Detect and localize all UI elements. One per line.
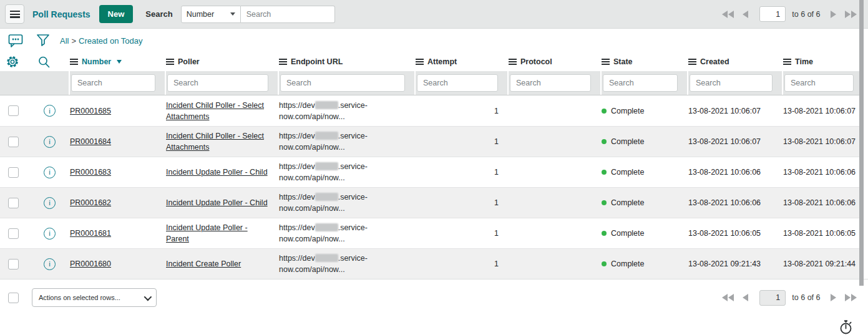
endpoint-url-value: https://dev.service-now.com/api/now... <box>279 161 416 183</box>
select-all-checkbox[interactable] <box>8 293 19 303</box>
first-page-button[interactable] <box>721 293 736 303</box>
created-value: 13-08-2021 10:06:05 <box>688 228 783 239</box>
response-time-button[interactable] <box>839 320 853 335</box>
column-menu-icon <box>688 59 696 65</box>
list-footer: Actions on selected rows... to 6 of 6 <box>0 288 868 308</box>
info-icon[interactable]: i <box>44 136 56 148</box>
list-search-input[interactable] <box>241 6 335 23</box>
row-checkbox[interactable] <box>8 228 19 239</box>
number-link[interactable]: PR0001685 <box>70 107 111 115</box>
attempt-value: 1 <box>416 228 509 239</box>
poller-link[interactable]: Incident Update Poller - Parent <box>166 223 248 243</box>
breadcrumb-filter-link[interactable]: Created on Today <box>79 36 142 46</box>
personalize-list-button[interactable] <box>0 55 32 69</box>
list-body: i PR0001685 Incident Child Poller - Sele… <box>0 95 868 279</box>
actions-on-selected-rows-select[interactable]: Actions on selected rows... <box>32 288 157 307</box>
pagination-bottom: to 6 of 6 <box>721 290 858 306</box>
page-number-input[interactable] <box>759 6 786 22</box>
table-row: i PR0001685 Incident Child Poller - Sele… <box>0 95 863 126</box>
poller-link[interactable]: Incident Child Poller - Select Attachmen… <box>166 132 264 152</box>
column-header-created[interactable]: Created <box>688 57 783 66</box>
state-value: Complete <box>602 105 688 117</box>
search-field-select[interactable]: Number <box>181 6 241 23</box>
last-page-button[interactable] <box>844 9 859 19</box>
number-link[interactable]: PR0001681 <box>70 229 111 238</box>
row-checkbox[interactable] <box>8 198 19 208</box>
row-checkbox[interactable] <box>8 137 19 147</box>
row-checkbox[interactable] <box>8 259 19 269</box>
list-search-toggle-button[interactable] <box>32 56 70 69</box>
previous-page-button[interactable] <box>741 9 749 19</box>
column-header-attempt[interactable]: Attempt <box>416 57 509 66</box>
breadcrumb: All>Created on Today <box>60 36 142 46</box>
page-number-input[interactable] <box>759 290 786 306</box>
context-menu-button[interactable] <box>5 4 24 24</box>
chevron-down-icon <box>144 293 152 301</box>
info-icon[interactable]: i <box>44 258 56 270</box>
previous-page-button[interactable] <box>741 293 749 303</box>
filter-input-poller[interactable] <box>167 74 268 92</box>
state-complete-dot-icon <box>602 170 607 175</box>
time-value: 13-08-2021 10:06:06 <box>783 197 863 208</box>
state-value: Complete <box>602 136 688 147</box>
row-checkbox[interactable] <box>8 105 19 116</box>
last-page-button[interactable] <box>844 293 859 303</box>
column-header-endpoint-url[interactable]: Endpoint URL <box>279 57 416 66</box>
time-value: 13-08-2021 10:06:06 <box>783 167 863 178</box>
new-button[interactable]: New <box>99 5 134 23</box>
filter-button[interactable] <box>36 33 50 48</box>
endpoint-url-value: https://dev.service-now.com/api/now... <box>279 100 416 122</box>
table-row: i PR0001682 Incident Update Poller - Chi… <box>0 187 863 218</box>
next-page-button[interactable] <box>829 293 837 303</box>
gear-icon <box>6 55 19 69</box>
search-icon <box>37 56 51 69</box>
state-complete-dot-icon <box>602 231 607 236</box>
row-checkbox[interactable] <box>8 167 19 178</box>
page-title: Poll Requests <box>32 9 90 19</box>
filter-input-time[interactable] <box>784 74 854 92</box>
table-row: i PR0001681 Incident Update Poller - Par… <box>0 218 863 248</box>
filter-input-attempt[interactable] <box>417 74 498 92</box>
column-header-poller[interactable]: Poller <box>166 57 279 66</box>
filter-input-created[interactable] <box>690 74 773 92</box>
state-complete-dot-icon <box>602 261 607 266</box>
first-page-button[interactable] <box>721 9 736 19</box>
column-header-row: Number Poller Endpoint URL Attempt Proto… <box>0 52 863 71</box>
state-value: Complete <box>602 258 688 269</box>
filter-input-number[interactable] <box>71 74 155 92</box>
redacted-blur <box>315 101 338 109</box>
redacted-blur <box>315 193 338 201</box>
column-menu-icon <box>416 59 424 65</box>
column-header-time[interactable]: Time <box>783 57 863 66</box>
hamburger-icon <box>10 11 20 18</box>
column-menu-icon <box>70 59 78 65</box>
table-row: i PR0001680 Incident Create Poller https… <box>0 248 863 279</box>
state-value: Complete <box>602 197 688 208</box>
filter-input-state[interactable] <box>603 74 678 92</box>
number-link[interactable]: PR0001683 <box>70 168 111 177</box>
search-label: Search <box>145 9 172 19</box>
column-header-state[interactable]: State <box>602 57 688 66</box>
number-link[interactable]: PR0001684 <box>70 137 111 146</box>
info-icon[interactable]: i <box>44 228 56 240</box>
filter-input-endpoint-url[interactable] <box>280 74 405 92</box>
list-chat-button[interactable] <box>8 34 23 48</box>
filter-input-protocol[interactable] <box>510 74 591 92</box>
number-link[interactable]: PR0001682 <box>70 198 111 207</box>
info-icon[interactable]: i <box>44 167 56 178</box>
next-page-button[interactable] <box>829 9 837 19</box>
column-header-number[interactable]: Number <box>70 57 166 66</box>
poller-link[interactable]: Incident Child Poller - Select Attachmen… <box>166 101 264 121</box>
poller-link[interactable]: Incident Create Poller <box>166 260 241 268</box>
breadcrumb-all-link[interactable]: All <box>60 36 69 46</box>
info-icon[interactable]: i <box>44 105 56 117</box>
poller-link[interactable]: Incident Update Poller - Child <box>166 168 268 177</box>
column-header-protocol[interactable]: Protocol <box>509 57 602 66</box>
search-field-value: Number <box>187 10 214 19</box>
info-icon[interactable]: i <box>44 197 56 209</box>
attempt-value: 1 <box>416 136 509 147</box>
poller-link[interactable]: Incident Update Poller - Child <box>166 198 268 207</box>
vertical-scrollbar[interactable] <box>859 0 864 286</box>
attempt-value: 1 <box>416 167 509 178</box>
number-link[interactable]: PR0001680 <box>70 260 111 268</box>
